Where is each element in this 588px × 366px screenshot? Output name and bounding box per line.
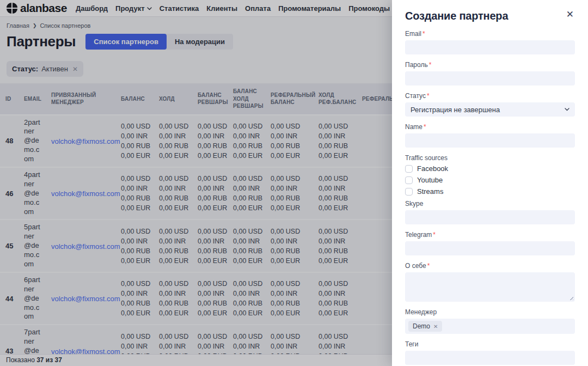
- status-selected-value: Регистрация не завершена: [411, 106, 500, 114]
- password-input[interactable]: [405, 71, 575, 86]
- telegram-label: Telegram*: [405, 231, 575, 239]
- tags-field-group: Теги: [405, 340, 575, 365]
- label-text: Теги: [405, 340, 418, 348]
- panel-header: Создание партнера ✕: [405, 10, 575, 22]
- create-partner-panel: Создание партнера ✕ Email*Пароль*Статус*…: [392, 0, 588, 366]
- chevron-down-icon: [565, 108, 569, 111]
- required-asterisk: *: [427, 262, 430, 270]
- checkbox-icon[interactable]: [405, 165, 413, 173]
- status-field-group: Статус*Регистрация не завершена: [405, 92, 575, 117]
- label-text: О себе: [405, 262, 426, 270]
- required-asterisk: *: [422, 30, 425, 38]
- manager-chip: Demo✕: [408, 321, 442, 332]
- resize-handle-icon[interactable]: [569, 296, 573, 300]
- panel-title: Создание партнера: [405, 10, 508, 22]
- traffic-sources-option-streams[interactable]: Streams: [405, 187, 575, 196]
- required-asterisk: *: [427, 92, 430, 100]
- required-asterisk: *: [429, 61, 432, 69]
- checkbox-icon[interactable]: [405, 188, 413, 196]
- manager-label: Менеджер: [405, 308, 575, 316]
- traffic-sources-option-youtube[interactable]: Youtube: [405, 176, 575, 184]
- traffic-sources-label: Traffic sources: [405, 154, 575, 162]
- label-text: Статус: [405, 92, 426, 100]
- tags-label: Теги: [405, 340, 575, 348]
- tags-input[interactable]: [405, 351, 575, 365]
- about-label: О себе*: [405, 262, 575, 270]
- checkbox-label: Facebook: [417, 164, 448, 173]
- skype-field-group: Skype: [405, 200, 575, 224]
- name-input[interactable]: [405, 133, 575, 148]
- password-field-group: Пароль*: [405, 61, 575, 86]
- traffic-sources-option-facebook[interactable]: Facebook: [405, 164, 575, 173]
- screen: alanbase ДашбордПродуктСтатистикаКлиенты…: [0, 0, 588, 366]
- name-label: Name*: [405, 123, 575, 131]
- close-icon[interactable]: ✕: [565, 9, 575, 20]
- checkbox-label: Streams: [417, 187, 443, 196]
- traffic-sources-field-group: Traffic sourcesFacebookYoutubeStreams: [405, 154, 575, 196]
- label-text: Skype: [405, 200, 423, 208]
- about-field-group: О себе*: [405, 262, 575, 302]
- manager-input[interactable]: Demo✕: [405, 319, 575, 334]
- about-textarea[interactable]: [405, 272, 575, 302]
- password-label: Пароль*: [405, 61, 575, 69]
- label-text: Пароль: [405, 61, 428, 69]
- skype-label: Skype: [405, 200, 575, 208]
- chip-label: Demo: [413, 322, 430, 330]
- required-asterisk: *: [424, 123, 426, 131]
- manager-field-group: МенеджерDemo✕: [405, 308, 575, 334]
- label-text: Менеджер: [405, 308, 437, 316]
- skype-input[interactable]: [405, 210, 575, 224]
- label-text: Traffic sources: [405, 154, 448, 162]
- name-field-group: Name*: [405, 123, 575, 148]
- email-label: Email*: [405, 30, 575, 38]
- telegram-field-group: Telegram*: [405, 231, 575, 255]
- required-asterisk: *: [433, 231, 436, 239]
- panel-form: Email*Пароль*Статус*Регистрация не завер…: [405, 30, 575, 366]
- telegram-input[interactable]: [405, 241, 575, 255]
- email-field-group: Email*: [405, 30, 575, 54]
- label-text: Name: [405, 123, 422, 131]
- status-select[interactable]: Регистрация не завершена: [405, 102, 575, 117]
- checkbox-label: Youtube: [417, 176, 443, 184]
- checkbox-icon[interactable]: [405, 176, 413, 184]
- label-text: Telegram: [405, 231, 432, 239]
- email-input[interactable]: [405, 40, 575, 54]
- status-label: Статус*: [405, 92, 575, 100]
- label-text: Email: [405, 30, 421, 38]
- chip-remove-icon[interactable]: ✕: [433, 324, 438, 330]
